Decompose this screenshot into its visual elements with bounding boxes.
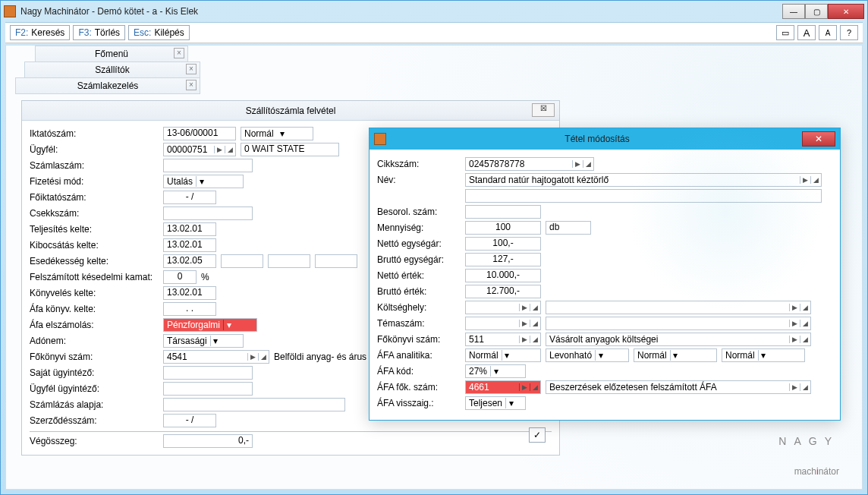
- lookup-icon[interactable]: ▶: [519, 383, 530, 391]
- help-button[interactable]: ?: [840, 25, 858, 40]
- input-szamlaszam[interactable]: [163, 159, 253, 172]
- label-nev: Név:: [377, 175, 461, 185]
- input-kib-date[interactable]: 13.02.01: [163, 238, 216, 252]
- dialog-icon: [374, 133, 386, 145]
- tool-window-icon[interactable]: ▭: [776, 25, 794, 40]
- picker-icon[interactable]: ◢: [530, 320, 540, 327]
- picker-icon[interactable]: ◢: [583, 160, 593, 168]
- input-nev[interactable]: Standard natúr hajtogatott kéztörlő▶◢: [465, 173, 822, 187]
- label-m-fokonyv: Főkönyvi szám:: [377, 334, 461, 345]
- picker-icon[interactable]: ◢: [258, 353, 269, 361]
- minimize-button[interactable]: —: [782, 4, 805, 19]
- input-fokonyv[interactable]: 4541▶◢: [163, 350, 269, 364]
- panel-pin-button[interactable]: ☒: [532, 103, 555, 117]
- input-ugyf-u[interactable]: [163, 382, 253, 396]
- chevron-down-icon: ▾: [210, 336, 221, 346]
- close-button[interactable]: ✕: [828, 4, 864, 19]
- input-cikk[interactable]: 02457878778▶◢: [465, 157, 594, 171]
- close-icon[interactable]: ×: [186, 64, 197, 74]
- esc-exit-button[interactable]: Esc:Kilépés: [128, 25, 190, 40]
- label-kamat: Felszámított késedelmi kamat:: [30, 272, 159, 282]
- close-icon[interactable]: ×: [186, 80, 197, 90]
- input-menny[interactable]: 100: [465, 221, 541, 235]
- picker-icon[interactable]: ◢: [810, 176, 821, 184]
- input-koltseg-desc[interactable]: ▶◢: [546, 301, 811, 314]
- lookup-icon[interactable]: ▶: [789, 383, 800, 391]
- lookup-icon[interactable]: ▶: [789, 304, 800, 311]
- input-nev2[interactable]: [465, 189, 822, 203]
- lookup-icon[interactable]: ▶: [214, 146, 225, 153]
- picker-icon[interactable]: ◢: [530, 336, 540, 343]
- dialog-close-button[interactable]: ✕: [802, 131, 835, 147]
- input-ugyfel-code[interactable]: 00000751▶◢: [163, 143, 236, 156]
- picker-icon[interactable]: ◢: [800, 336, 810, 343]
- input-iktatoszam[interactable]: 13-06/00001: [163, 127, 236, 140]
- input-besor[interactable]: [465, 205, 541, 219]
- input-telj-date[interactable]: 13.02.01: [163, 222, 216, 236]
- select-afa-kod[interactable]: 27%▾: [465, 364, 526, 378]
- picker-icon[interactable]: ◢: [800, 383, 810, 391]
- picker-icon[interactable]: ◢: [225, 146, 235, 153]
- lookup-icon[interactable]: ▶: [789, 320, 800, 327]
- select-afaelsz[interactable]: Pénzforgalmi▾: [163, 318, 257, 332]
- tab-szamlakezeles[interactable]: Számlakezelés×: [15, 77, 200, 94]
- input-koltseg[interactable]: ▶◢: [465, 301, 541, 314]
- input-szerz[interactable]: - /: [163, 414, 216, 427]
- input-afa-fok[interactable]: 4661▶◢: [465, 380, 541, 394]
- f2-search-button[interactable]: F2:Keresés: [10, 25, 70, 40]
- input-kamat[interactable]: 0: [163, 270, 197, 284]
- tab-fomenu[interactable]: Főmenü×: [35, 46, 188, 62]
- input-m-fokonyv[interactable]: 511▶◢: [465, 333, 541, 346]
- confirm-button[interactable]: ✓: [529, 427, 546, 443]
- lookup-icon[interactable]: ▶: [247, 353, 258, 361]
- input-menny-unit[interactable]: db: [546, 221, 591, 235]
- picker-icon[interactable]: ◢: [800, 320, 810, 327]
- lookup-icon[interactable]: ▶: [789, 336, 800, 343]
- select-afa-an3[interactable]: Normál▾: [634, 348, 717, 362]
- input-m-fokonyv-desc[interactable]: Vásárolt anyagok költségei▶◢: [546, 333, 811, 346]
- input-ugyfel-name[interactable]: 0 WAIT STATE: [241, 143, 339, 156]
- input-extra3[interactable]: [315, 254, 357, 268]
- input-extra1[interactable]: [221, 254, 263, 268]
- input-tema[interactable]: ▶◢: [465, 317, 541, 330]
- tab-szallitok[interactable]: Szállítók×: [24, 61, 200, 78]
- f3-delete-button[interactable]: F3:Törlés: [73, 25, 125, 40]
- label-percent: %: [201, 272, 209, 282]
- select-afa-an2[interactable]: Levonható▾: [546, 348, 629, 362]
- input-foikt[interactable]: - /: [163, 191, 216, 204]
- maximize-button[interactable]: ▢: [805, 4, 828, 19]
- select-adonem[interactable]: Társasági▾: [163, 334, 244, 348]
- input-esed-date[interactable]: 13.02.05: [163, 254, 216, 268]
- input-extra2[interactable]: [268, 254, 310, 268]
- lookup-icon[interactable]: ▶: [519, 320, 530, 327]
- input-netto-e[interactable]: 100,-: [465, 237, 541, 251]
- lookup-icon[interactable]: ▶: [519, 336, 530, 343]
- dialog-title: Tétel módosítás: [392, 134, 802, 144]
- select-afa-an1[interactable]: Normál▾: [465, 348, 541, 362]
- input-szamlalap[interactable]: [163, 398, 345, 411]
- close-icon[interactable]: ×: [174, 48, 184, 58]
- select-afa-an4[interactable]: Normál▾: [722, 348, 805, 362]
- tool-font-large-icon[interactable]: A: [797, 25, 816, 40]
- label-konyv: Könyvelés kelte:: [30, 288, 159, 298]
- lookup-icon[interactable]: ▶: [800, 176, 810, 184]
- lookup-icon[interactable]: ▶: [519, 304, 530, 311]
- input-csekk[interactable]: [163, 207, 253, 220]
- input-afa-fok-desc[interactable]: Beszerzések előzetesen felszámított ÁFA▶…: [546, 380, 811, 394]
- panel-title: Szállítószámla felvétel ☒: [22, 101, 559, 121]
- input-sajat[interactable]: [163, 366, 253, 380]
- input-afakonyv-date[interactable]: . .: [163, 302, 216, 316]
- input-konyv-date[interactable]: 13.02.01: [163, 286, 216, 300]
- select-fizmod[interactable]: Utalás▾: [163, 175, 244, 188]
- picker-icon[interactable]: ◢: [530, 304, 540, 311]
- select-afa-vis[interactable]: Teljesen▾: [465, 396, 526, 410]
- picker-icon[interactable]: ◢: [800, 304, 810, 311]
- tool-font-small-icon[interactable]: A: [819, 25, 837, 40]
- value-brutto: 12.700,-: [465, 285, 541, 298]
- tab-stack: Főmenü× Szállítók× Számlakezelés×: [6, 46, 188, 93]
- lookup-icon[interactable]: ▶: [572, 160, 583, 168]
- picker-icon[interactable]: ◢: [530, 383, 540, 391]
- input-tema-desc[interactable]: ▶◢: [546, 317, 811, 330]
- select-iktatoszam-mode[interactable]: Normál▾: [241, 127, 313, 140]
- input-brutto-e[interactable]: 127,-: [465, 253, 541, 266]
